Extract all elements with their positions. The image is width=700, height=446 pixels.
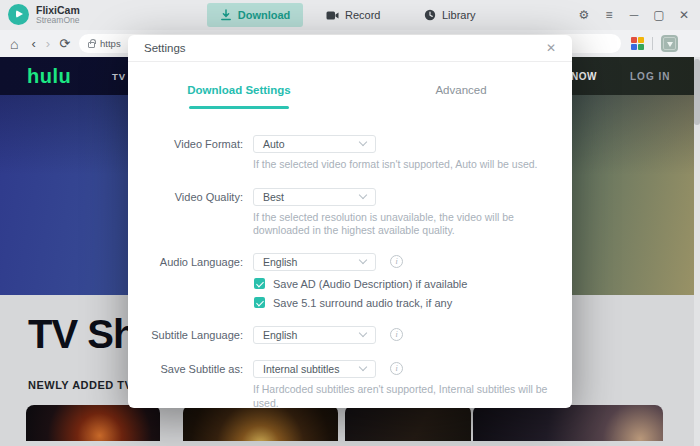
checkbox-checked-icon[interactable] xyxy=(254,278,265,289)
close-icon[interactable]: ✕ xyxy=(678,8,690,22)
chevron-down-icon xyxy=(359,138,367,146)
tab-download-settings[interactable]: Download Settings xyxy=(128,78,350,109)
field-subtitle-language: Subtitle Language: English i xyxy=(128,326,572,344)
lock-icon xyxy=(88,42,95,48)
checkbox-checked-icon[interactable] xyxy=(254,297,265,308)
menu-icon[interactable]: ≡ xyxy=(603,8,615,22)
show-thumbnail[interactable] xyxy=(345,405,471,441)
dialog-title: Settings xyxy=(144,42,186,54)
app-logo-play-icon xyxy=(8,4,29,25)
dialog-header: Settings ✕ xyxy=(128,35,572,62)
tab-record-label: Record xyxy=(345,9,380,21)
checkbox-save-ad[interactable]: Save AD (Audio Description) if available xyxy=(254,278,572,290)
download-icon xyxy=(220,9,232,21)
field-video-format: Video Format: Auto xyxy=(128,135,572,153)
clock-icon xyxy=(424,9,436,21)
dialog-tabs: Download Settings Advanced xyxy=(128,78,572,109)
toolbar-divider xyxy=(652,37,653,50)
chevron-down-icon xyxy=(359,256,367,264)
chevron-down-icon xyxy=(359,329,367,337)
field-label: Audio Language: xyxy=(128,256,243,268)
show-thumbnail[interactable] xyxy=(473,405,663,441)
hulu-login-link[interactable]: LOG IN xyxy=(630,71,670,82)
title-bar: FlixiCam StreamOne Download Record Libra… xyxy=(0,0,700,30)
field-video-quality: Video Quality: Best xyxy=(128,188,572,206)
chevron-down-icon xyxy=(359,190,367,198)
hulu-logo[interactable]: hulu xyxy=(27,65,71,88)
checkbox-save-surround[interactable]: Save 5.1 surround audio track, if any xyxy=(254,297,572,309)
show-thumbnail[interactable] xyxy=(183,405,338,441)
forward-icon[interactable]: › xyxy=(46,37,50,50)
app-subtitle: StreamOne xyxy=(36,16,80,25)
video-format-select[interactable]: Auto xyxy=(253,135,376,153)
audio-language-select[interactable]: English xyxy=(253,253,376,271)
tab-library[interactable]: Library xyxy=(424,3,476,27)
settings-gear-icon[interactable]: ⚙ xyxy=(578,8,590,22)
maximize-icon[interactable]: ▢ xyxy=(653,8,665,22)
home-icon[interactable]: ⌂ xyxy=(10,37,18,51)
video-camera-icon xyxy=(326,10,339,21)
hulu-section-title: NEWLY ADDED TV xyxy=(28,379,132,391)
back-icon[interactable]: ‹ xyxy=(31,37,35,50)
tab-library-label: Library xyxy=(442,9,476,21)
show-thumbnail[interactable] xyxy=(26,405,160,441)
scrollbar-thumb[interactable] xyxy=(694,59,700,125)
info-icon[interactable]: i xyxy=(390,255,403,268)
field-hint: If Hardcoded subtitles aren't supported,… xyxy=(253,383,573,410)
field-save-subtitle-as: Save Subtitle as: Internal subtitles i xyxy=(128,360,572,378)
info-icon[interactable]: i xyxy=(390,362,403,375)
save-subtitle-as-select[interactable]: Internal subtitles xyxy=(253,360,376,378)
video-grabber-icon[interactable] xyxy=(661,35,678,52)
subtitle-language-select[interactable]: English xyxy=(253,326,376,344)
app-window: FlixiCam StreamOne Download Record Libra… xyxy=(0,0,700,446)
tab-download[interactable]: Download xyxy=(207,3,303,27)
field-hint: If the selected resolution is unavailabl… xyxy=(253,211,573,238)
window-controls: ⚙ ≡ ─ ▢ ✕ xyxy=(578,0,690,30)
chevron-down-icon xyxy=(359,363,367,371)
grabber-arrow-icon xyxy=(667,42,673,47)
refresh-icon[interactable]: ⟳ xyxy=(59,37,70,50)
field-audio-language: Audio Language: English i xyxy=(128,253,572,271)
info-icon[interactable]: i xyxy=(390,328,403,341)
field-label: Video Quality: xyxy=(128,191,243,203)
apps-grid-icon[interactable] xyxy=(631,37,644,50)
field-hint: If the selected video format isn't suppo… xyxy=(253,158,573,172)
tab-download-label: Download xyxy=(238,9,291,21)
video-quality-select[interactable]: Best xyxy=(253,188,376,206)
app-name: FlixiCam xyxy=(36,5,80,16)
url-text: https xyxy=(100,38,121,49)
field-label: Video Format: xyxy=(128,138,243,150)
app-brand: FlixiCam StreamOne xyxy=(8,4,80,25)
minimize-icon[interactable]: ─ xyxy=(628,8,640,22)
page-scrollbar[interactable] xyxy=(694,57,700,446)
tab-record[interactable]: Record xyxy=(326,3,380,27)
tab-advanced[interactable]: Advanced xyxy=(350,78,572,109)
field-label: Save Subtitle as: xyxy=(128,363,243,375)
dialog-close-icon[interactable]: ✕ xyxy=(546,41,556,55)
hulu-cta-now[interactable]: NOW xyxy=(571,71,597,82)
field-label: Subtitle Language: xyxy=(128,329,243,341)
settings-dialog: Settings ✕ Download Settings Advanced Vi… xyxy=(128,35,572,408)
